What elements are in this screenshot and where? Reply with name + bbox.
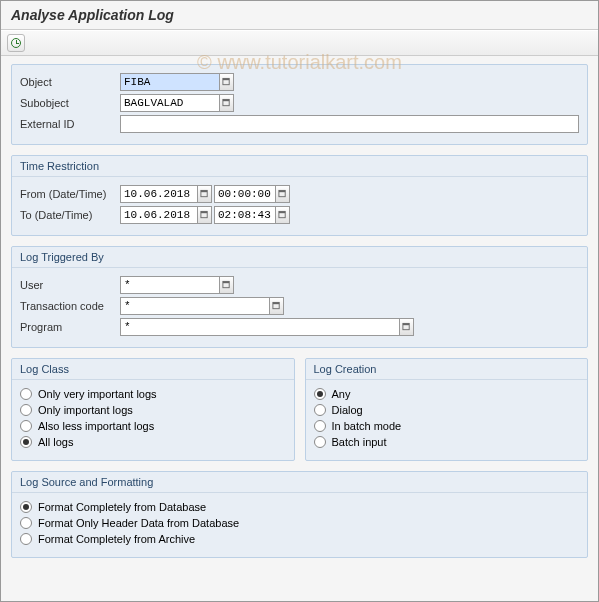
radio-icon	[20, 501, 32, 513]
from-label: From (Date/Time)	[20, 188, 120, 200]
radio-icon	[20, 420, 32, 432]
source-option-2-label: Format Only Header Data from Database	[38, 517, 239, 529]
log-creation-option-3[interactable]: In batch mode	[314, 420, 580, 432]
source-option-2[interactable]: Format Only Header Data from Database	[20, 517, 579, 529]
log-class-title: Log Class	[12, 359, 294, 380]
from-time-input[interactable]	[214, 185, 276, 203]
svg-rect-17	[403, 323, 409, 325]
radio-icon	[314, 388, 326, 400]
time-restriction-title: Time Restriction	[12, 156, 587, 177]
to-label: To (Date/Time)	[20, 209, 120, 221]
log-class-option-2[interactable]: Only important logs	[20, 404, 286, 416]
log-creation-option-2-label: Dialog	[332, 404, 363, 416]
log-creation-option-2[interactable]: Dialog	[314, 404, 580, 416]
source-option-1-label: Format Completely from Database	[38, 501, 206, 513]
radio-icon	[20, 388, 32, 400]
svg-rect-13	[223, 281, 229, 283]
object-label: Object	[20, 76, 120, 88]
log-class-option-4-label: All logs	[38, 436, 73, 448]
from-date-input[interactable]	[120, 185, 198, 203]
to-time-f4-icon[interactable]	[276, 206, 290, 224]
log-creation-title: Log Creation	[306, 359, 588, 380]
user-f4-icon[interactable]	[220, 276, 234, 294]
subobject-f4-icon[interactable]	[220, 94, 234, 112]
log-class-option-4[interactable]: All logs	[20, 436, 286, 448]
log-class-option-2-label: Only important logs	[38, 404, 133, 416]
log-class-option-1[interactable]: Only very important logs	[20, 388, 286, 400]
subobject-input[interactable]	[120, 94, 220, 112]
tx-f4-icon[interactable]	[270, 297, 284, 315]
user-label: User	[20, 279, 120, 291]
from-time-f4-icon[interactable]	[276, 185, 290, 203]
svg-rect-1	[223, 78, 229, 80]
svg-rect-15	[273, 302, 279, 304]
svg-rect-3	[223, 99, 229, 101]
log-creation-option-3-label: In batch mode	[332, 420, 402, 432]
log-class-option-3-label: Also less important logs	[38, 420, 154, 432]
from-date-f4-icon[interactable]	[198, 185, 212, 203]
to-time-input[interactable]	[214, 206, 276, 224]
radio-icon	[20, 517, 32, 529]
triggered-by-group: Log Triggered By User Transaction code P…	[11, 246, 588, 348]
radio-icon	[314, 420, 326, 432]
subobject-label: Subobject	[20, 97, 120, 109]
log-creation-option-4-label: Batch input	[332, 436, 387, 448]
log-source-group: Log Source and Formatting Format Complet…	[11, 471, 588, 558]
source-option-3-label: Format Completely from Archive	[38, 533, 195, 545]
time-restriction-group: Time Restriction From (Date/Time) To (Da…	[11, 155, 588, 236]
triggered-by-title: Log Triggered By	[12, 247, 587, 268]
log-source-title: Log Source and Formatting	[12, 472, 587, 493]
object-f4-icon[interactable]	[220, 73, 234, 91]
svg-rect-7	[279, 190, 285, 192]
execute-button[interactable]	[7, 34, 25, 52]
log-creation-option-4[interactable]: Batch input	[314, 436, 580, 448]
source-option-3[interactable]: Format Completely from Archive	[20, 533, 579, 545]
to-date-f4-icon[interactable]	[198, 206, 212, 224]
identifier-group: Object Subobject External ID	[11, 64, 588, 145]
prog-label: Program	[20, 321, 120, 333]
log-creation-group: Log Creation Any Dialog In batch mode Ba…	[305, 358, 589, 461]
to-date-input[interactable]	[120, 206, 198, 224]
content-area: Object Subobject External ID Time Restri…	[1, 56, 598, 578]
external-id-input[interactable]	[120, 115, 579, 133]
svg-rect-9	[201, 211, 207, 213]
radio-icon	[20, 404, 32, 416]
radio-icon	[314, 404, 326, 416]
svg-rect-11	[279, 211, 285, 213]
log-class-group: Log Class Only very important logs Only …	[11, 358, 295, 461]
execute-icon	[11, 38, 21, 48]
tx-input[interactable]	[120, 297, 270, 315]
toolbar	[1, 30, 598, 56]
radio-icon	[20, 533, 32, 545]
object-input[interactable]	[120, 73, 220, 91]
log-creation-option-1-label: Any	[332, 388, 351, 400]
log-creation-option-1[interactable]: Any	[314, 388, 580, 400]
log-class-option-1-label: Only very important logs	[38, 388, 157, 400]
tx-label: Transaction code	[20, 300, 120, 312]
source-option-1[interactable]: Format Completely from Database	[20, 501, 579, 513]
radio-icon	[314, 436, 326, 448]
external-id-label: External ID	[20, 118, 120, 130]
window-title: Analyse Application Log	[1, 1, 598, 30]
prog-input[interactable]	[120, 318, 400, 336]
log-class-option-3[interactable]: Also less important logs	[20, 420, 286, 432]
svg-rect-5	[201, 190, 207, 192]
prog-f4-icon[interactable]	[400, 318, 414, 336]
radio-icon	[20, 436, 32, 448]
user-input[interactable]	[120, 276, 220, 294]
